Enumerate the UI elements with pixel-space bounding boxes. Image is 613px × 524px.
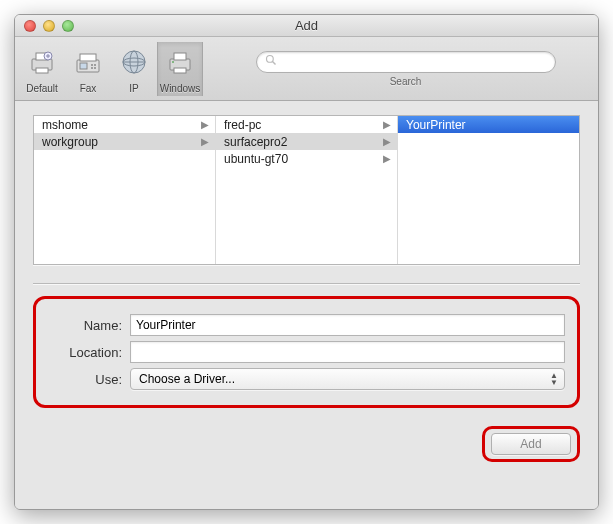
updown-caret-icon: ▲▼	[550, 372, 558, 386]
list-item-label: mshome	[42, 118, 88, 132]
list-item[interactable]: surfacepro2 ▶	[216, 133, 397, 150]
svg-rect-2	[36, 68, 48, 73]
network-browser: mshome ▶ workgroup ▶ fred-pc ▶ surfacepr…	[33, 115, 580, 265]
toolbar-tab-label: Default	[26, 83, 58, 94]
search-input[interactable]	[281, 55, 547, 69]
location-label: Location:	[48, 345, 122, 360]
use-dropdown[interactable]: Choose a Driver... ▲▼	[130, 368, 565, 390]
add-button[interactable]: Add	[491, 433, 571, 455]
content-area: mshome ▶ workgroup ▶ fred-pc ▶ surfacepr…	[15, 101, 598, 509]
svg-point-20	[172, 61, 174, 63]
toolbar-tabs: Default Fax IP Windows	[19, 42, 203, 96]
svg-point-11	[91, 67, 93, 69]
list-item[interactable]: fred-pc ▶	[216, 116, 397, 133]
list-item[interactable]: YourPrinter	[398, 116, 579, 133]
window-title: Add	[15, 18, 598, 33]
chevron-right-icon: ▶	[383, 136, 391, 147]
toolbar-tab-label: IP	[129, 83, 138, 94]
list-item-label: surfacepro2	[224, 135, 287, 149]
svg-point-9	[91, 64, 93, 66]
svg-point-12	[94, 67, 96, 69]
toolbar-tab-windows[interactable]: Windows	[157, 42, 203, 96]
printer-default-icon	[26, 46, 58, 81]
toolbar-tab-label: Fax	[80, 83, 97, 94]
search-label: Search	[390, 76, 422, 87]
list-item-label: fred-pc	[224, 118, 261, 132]
footer: Add	[33, 408, 580, 462]
svg-rect-8	[80, 63, 87, 69]
minimize-window-button[interactable]	[43, 20, 55, 32]
close-window-button[interactable]	[24, 20, 36, 32]
browser-column-hosts: fred-pc ▶ surfacepro2 ▶ ubuntu-gt70 ▶	[216, 116, 398, 264]
fax-icon	[72, 46, 104, 81]
name-field[interactable]	[130, 314, 565, 336]
add-button-highlight: Add	[482, 426, 580, 462]
form-row-use: Use: Choose a Driver... ▲▼	[48, 368, 565, 390]
list-item[interactable]: ubuntu-gt70 ▶	[216, 150, 397, 167]
search-icon	[265, 54, 277, 69]
chevron-right-icon: ▶	[383, 119, 391, 130]
svg-rect-18	[174, 53, 186, 60]
search-wrap: Search	[223, 51, 588, 87]
window-controls	[15, 20, 74, 32]
svg-line-22	[272, 62, 275, 65]
chevron-right-icon: ▶	[383, 153, 391, 164]
location-field[interactable]	[130, 341, 565, 363]
chevron-right-icon: ▶	[201, 136, 209, 147]
titlebar: Add	[15, 15, 598, 37]
list-item[interactable]: mshome ▶	[34, 116, 215, 133]
add-printer-window: Add Default Fax IP	[14, 14, 599, 510]
svg-rect-7	[80, 54, 96, 61]
zoom-window-button[interactable]	[62, 20, 74, 32]
toolbar-tab-ip[interactable]: IP	[111, 42, 157, 96]
search-field[interactable]	[256, 51, 556, 73]
toolbar-tab-label: Windows	[160, 83, 201, 94]
divider	[33, 283, 580, 284]
toolbar: Default Fax IP Windows	[15, 37, 598, 101]
chevron-right-icon: ▶	[201, 119, 209, 130]
browser-column-printers: YourPrinter	[398, 116, 579, 264]
form-row-name: Name:	[48, 314, 565, 336]
form-row-location: Location:	[48, 341, 565, 363]
svg-point-10	[94, 64, 96, 66]
printer-details-form: Name: Location: Use: Choose a Driver... …	[33, 296, 580, 408]
list-item-label: YourPrinter	[406, 118, 466, 132]
svg-rect-19	[174, 68, 186, 73]
use-label: Use:	[48, 372, 122, 387]
globe-icon	[118, 46, 150, 81]
printer-windows-icon	[164, 46, 196, 81]
use-dropdown-value: Choose a Driver...	[139, 372, 235, 386]
list-item[interactable]: workgroup ▶	[34, 133, 215, 150]
toolbar-tab-default[interactable]: Default	[19, 42, 65, 96]
list-item-label: workgroup	[42, 135, 98, 149]
toolbar-tab-fax[interactable]: Fax	[65, 42, 111, 96]
browser-column-workgroups: mshome ▶ workgroup ▶	[34, 116, 216, 264]
list-item-label: ubuntu-gt70	[224, 152, 288, 166]
name-label: Name:	[48, 318, 122, 333]
svg-point-21	[266, 56, 273, 63]
